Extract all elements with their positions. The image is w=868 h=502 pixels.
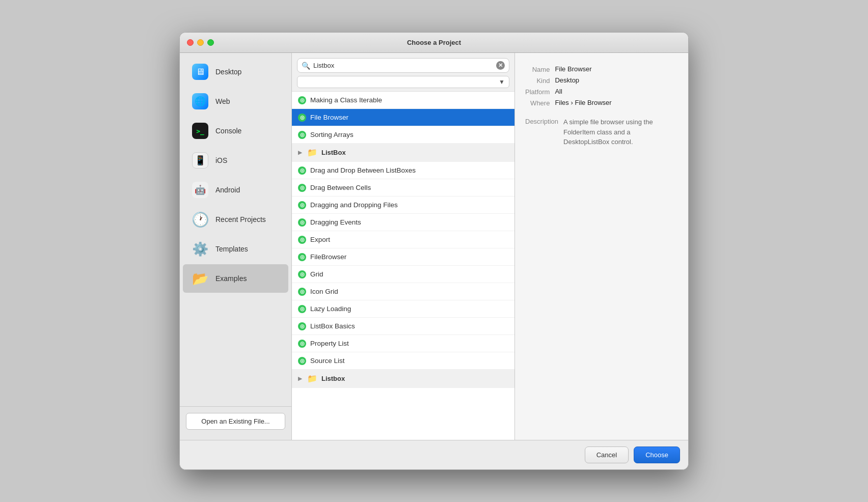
list-item[interactable]: ◎ Icon Grid <box>292 283 514 300</box>
sidebar-item-web[interactable]: 🌐 Web <box>183 87 288 116</box>
item-label: Grid <box>310 270 323 278</box>
list-item[interactable]: ◎ Drag and Drop Between ListBoxes <box>292 162 514 179</box>
search-input[interactable] <box>313 62 493 69</box>
list-item[interactable]: ◎ Lazy Loading <box>292 300 514 318</box>
folder-icon: 📁 <box>307 148 317 157</box>
kind-value: Desktop <box>555 76 678 85</box>
item-icon: ◎ <box>298 305 306 313</box>
sidebar-item-android[interactable]: 🤖 Android <box>183 176 288 204</box>
filter-dropdown-icon[interactable]: ▼ <box>499 78 505 86</box>
item-label: Drag and Drop Between ListBoxes <box>310 166 416 174</box>
close-button[interactable] <box>187 39 194 46</box>
item-icon-making: ◎ <box>298 96 306 104</box>
list-item[interactable]: ◎ Sorting Arrays <box>292 126 514 144</box>
item-label-sorting: Sorting Arrays <box>310 131 354 138</box>
list-item[interactable]: ◎ ListBox Basics <box>292 318 514 335</box>
sidebar-item-console[interactable]: >_ Console <box>183 117 288 145</box>
filter-bar[interactable]: ▼ <box>297 76 509 88</box>
chevron-icon: ▶ <box>298 376 302 381</box>
search-area: 🔍 ✕ ▼ <box>292 53 514 92</box>
dialog-title: Choose a Project <box>407 39 461 46</box>
list-item[interactable]: ◎ Source List <box>292 352 514 370</box>
sidebar-label-desktop: Desktop <box>215 68 241 76</box>
item-icon: ◎ <box>298 253 306 261</box>
item-label: Property List <box>310 340 349 347</box>
folder-icon: 📁 <box>307 374 317 383</box>
description-value: A simple file browser using the FolderIt… <box>563 117 678 147</box>
sidebar-label-recent: Recent Projects <box>215 215 266 224</box>
title-bar: Choose a Project <box>180 33 688 53</box>
list-item[interactable]: ◎ FileBrowser <box>292 248 514 266</box>
sidebar-label-examples: Examples <box>215 274 247 283</box>
sidebar-bottom: Open an Existing File... <box>180 406 291 436</box>
sidebar-item-ios[interactable]: 📱 iOS <box>183 146 288 175</box>
name-label: Name <box>525 65 550 73</box>
web-icon: 🌐 <box>191 92 209 110</box>
platform-label: Platform <box>525 88 550 96</box>
list-item[interactable]: ◎ Dragging Events <box>292 214 514 231</box>
description-label: Description <box>525 117 558 125</box>
search-clear-button[interactable]: ✕ <box>496 61 505 70</box>
center-panel: 🔍 ✕ ▼ ◎ Making a Class Iterable ◎ File B… <box>292 53 515 440</box>
list-item-selected[interactable]: ◎ File Browser <box>292 109 514 126</box>
choose-project-dialog: Choose a Project 🖥 Desktop 🌐 Web >_ <box>179 32 689 470</box>
item-label: Lazy Loading <box>310 305 351 313</box>
templates-icon: ⚙️ <box>191 240 209 258</box>
list-item[interactable]: ◎ Dragging and Dropping Files <box>292 197 514 214</box>
sidebar-label-templates: Templates <box>215 245 248 253</box>
search-bar: 🔍 ✕ <box>297 58 509 73</box>
name-value: File Browser <box>555 65 678 73</box>
item-icon: ◎ <box>298 288 306 296</box>
meta-table: Name File Browser Kind Desktop Platform … <box>525 65 678 107</box>
maximize-button[interactable] <box>207 39 214 46</box>
cancel-button[interactable]: Cancel <box>585 447 629 463</box>
list-group-listbox2[interactable]: ▶ 📁 Listbox <box>292 370 514 388</box>
platform-value: All <box>555 88 678 96</box>
main-content: 🖥 Desktop 🌐 Web >_ Console 📱 <box>180 53 688 440</box>
sidebar-label-web: Web <box>215 97 230 105</box>
item-icon-sorting: ◎ <box>298 131 306 139</box>
item-icon: ◎ <box>298 270 306 278</box>
list-area: ◎ Making a Class Iterable ◎ File Browser… <box>292 92 514 440</box>
desktop-icon: 🖥 <box>191 63 209 81</box>
item-label: Dragging and Dropping Files <box>310 201 398 209</box>
minimize-button[interactable] <box>197 39 204 46</box>
kind-label: Kind <box>525 76 550 85</box>
item-icon: ◎ <box>298 340 306 348</box>
ios-icon: 📱 <box>191 151 209 170</box>
list-item[interactable]: ◎ Export <box>292 231 514 248</box>
item-icon: ◎ <box>298 357 306 365</box>
item-label-filebrowser: File Browser <box>310 114 348 121</box>
search-icon: 🔍 <box>302 62 310 70</box>
sidebar-item-recent[interactable]: 🕐 Recent Projects <box>183 205 288 234</box>
chevron-icon: ▶ <box>298 150 302 155</box>
list-item[interactable]: ◎ Grid <box>292 266 514 283</box>
sidebar-label-android: Android <box>215 186 240 194</box>
item-icon: ◎ <box>298 218 306 227</box>
item-label: Dragging Events <box>310 218 361 226</box>
item-icon: ◎ <box>298 236 306 244</box>
sidebar-label-ios: iOS <box>215 156 227 164</box>
item-label: ListBox Basics <box>310 322 355 330</box>
item-label: Icon Grid <box>310 288 338 295</box>
list-item[interactable]: ◎ Making a Class Iterable <box>292 92 514 109</box>
list-item[interactable]: ◎ Property List <box>292 335 514 352</box>
item-label: Export <box>310 236 330 243</box>
bottom-bar: Cancel Choose <box>180 440 688 469</box>
list-item[interactable]: ◎ Drag Between Cells <box>292 179 514 197</box>
sidebar-label-console: Console <box>215 127 241 135</box>
sidebar-item-templates[interactable]: ⚙️ Templates <box>183 235 288 263</box>
sidebar-item-examples[interactable]: 📂 Examples <box>183 264 288 293</box>
recent-icon: 🕐 <box>191 210 209 229</box>
choose-button[interactable]: Choose <box>634 447 680 463</box>
android-icon: 🤖 <box>191 181 209 199</box>
item-icon: ◎ <box>298 322 306 330</box>
open-existing-button[interactable]: Open an Existing File... <box>186 413 285 430</box>
item-icon: ◎ <box>298 184 306 192</box>
item-icon-filebrowser: ◎ <box>298 114 306 122</box>
list-group-listbox[interactable]: ▶ 📁 ListBox <box>292 144 514 162</box>
item-icon: ◎ <box>298 166 306 175</box>
description-area: Description A simple file browser using … <box>525 117 678 147</box>
console-icon: >_ <box>191 122 209 140</box>
sidebar-item-desktop[interactable]: 🖥 Desktop <box>183 58 288 86</box>
